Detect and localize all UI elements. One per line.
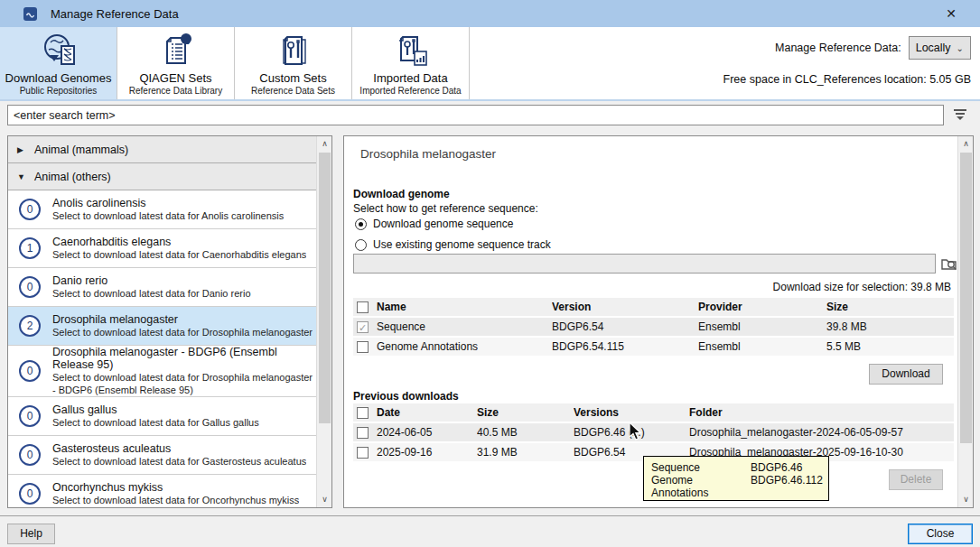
- tab-imported-data[interactable]: Imported Data Imported Reference Data: [352, 27, 470, 99]
- tooltip-value: BDGP6.46.112: [751, 474, 823, 499]
- cell-version: BDGP6.54: [552, 320, 698, 333]
- scroll-down-icon[interactable]: ∨: [958, 492, 974, 507]
- detail-panel: Drosophila melanogaster Download genome …: [343, 135, 974, 508]
- browse-folder-icon[interactable]: [940, 255, 958, 273]
- window-title: Manage Reference Data: [51, 7, 179, 21]
- help-button[interactable]: Help: [7, 524, 55, 544]
- svg-text:Q: Q: [182, 35, 188, 43]
- list-item-danio-rerio[interactable]: 0 Danio rerio Select to download latest …: [8, 268, 317, 307]
- right-scrollbar[interactable]: ∧ ∨: [957, 136, 973, 507]
- cell-size: 39.8 MB: [826, 320, 954, 333]
- checkbox-unchecked[interactable]: [357, 427, 369, 439]
- previous-downloads-heading: Previous downloads: [353, 390, 459, 403]
- tab-download-genomes[interactable]: Download Genomes Public Repositories: [0, 27, 117, 99]
- list-item-drosophila-bdgp6[interactable]: 0 Drosophila melanogaster - BDGP6 (Ensem…: [8, 346, 317, 397]
- folder-link[interactable]: Drosophila_melanogaster-2024-06-05-09-57: [689, 426, 954, 439]
- table-row-genome-annotations[interactable]: Genome Annotations BDGP6.54.115 Ensembl …: [353, 338, 954, 357]
- list-item-gallus-gallus[interactable]: 0 Gallus gallus Select to download lates…: [8, 397, 317, 436]
- genome-track-input[interactable]: [353, 254, 936, 274]
- radio-download-genome-sequence[interactable]: Download genome sequence: [355, 218, 513, 230]
- col-folder[interactable]: Folder: [689, 406, 954, 419]
- tab-label: Download Genomes: [5, 71, 112, 85]
- checkbox-unchecked[interactable]: [357, 447, 369, 459]
- scroll-up-icon[interactable]: ∧: [958, 136, 974, 152]
- manage-reference-data-dialog: Manage Reference Data ✕ Download Genomes…: [0, 0, 980, 547]
- close-icon[interactable]: ✕: [942, 5, 960, 22]
- col-provider[interactable]: Provider: [698, 301, 826, 313]
- scroll-up-icon[interactable]: ∧: [317, 136, 332, 152]
- download-size-text: Download size for selection: 39.8 MB: [773, 281, 951, 293]
- download-genomes-icon: [38, 31, 79, 70]
- download-count-badge: 2: [19, 315, 41, 337]
- filter-icon[interactable]: [953, 109, 967, 122]
- tab-sublabel: Imported Reference Data: [359, 86, 461, 96]
- col-version[interactable]: Version: [552, 301, 698, 313]
- footer-bar: Help Close: [0, 515, 980, 547]
- category-animal-mammals[interactable]: ▶ Animal (mammals): [8, 136, 317, 163]
- tab-custom-sets[interactable]: Custom Sets Reference Data Sets: [235, 27, 352, 99]
- select-all-checkbox[interactable]: [357, 301, 369, 313]
- tooltip-label: Sequence: [651, 461, 751, 474]
- select-all-checkbox[interactable]: [357, 407, 369, 419]
- list-item-caenorhabditis-elegans[interactable]: 1 Caenorhabditis elegans Select to downl…: [8, 229, 317, 268]
- chevron-down-icon: ⌄: [957, 43, 964, 53]
- species-desc: Select to download latest data for Caeno…: [52, 249, 306, 262]
- col-size[interactable]: Size: [477, 406, 574, 419]
- table-row-sequence[interactable]: ✓ Sequence BDGP6.54 Ensembl 39.8 MB: [353, 318, 954, 338]
- tab-label: Imported Data: [373, 71, 447, 85]
- close-button[interactable]: Close: [908, 524, 973, 544]
- species-name: Drosophila melanogaster: [52, 313, 313, 326]
- list-item-oncorhynchus-mykiss[interactable]: 0 Oncorhynchus mykiss Select to download…: [8, 475, 317, 508]
- delete-button[interactable]: Delete: [889, 469, 943, 490]
- detail-title: Drosophila melanogaster: [360, 147, 496, 161]
- cell-version: BDGP6.54.115: [552, 340, 698, 353]
- checkbox-unchecked[interactable]: [357, 341, 369, 353]
- location-select[interactable]: Locally ⌄: [909, 36, 971, 60]
- download-button[interactable]: Download: [869, 364, 943, 385]
- checkbox-checked-disabled: ✓: [357, 321, 369, 333]
- category-animal-others[interactable]: ▼ Animal (others): [8, 163, 317, 190]
- search-input[interactable]: [7, 105, 944, 125]
- col-size[interactable]: Size: [826, 301, 954, 313]
- tab-sublabel: Reference Data Library: [129, 86, 222, 96]
- manage-location-label: Manage Reference Data:: [775, 42, 901, 54]
- species-name: Oncorhynchus mykiss: [52, 481, 299, 494]
- col-versions[interactable]: Versions: [574, 406, 689, 419]
- custom-sets-icon: [273, 31, 314, 70]
- tab-label: QIAGEN Sets: [139, 71, 211, 85]
- mouse-cursor-icon: [627, 422, 645, 445]
- category-label: Animal (mammals): [34, 144, 128, 156]
- search-row: [0, 103, 980, 132]
- radio-use-existing-track[interactable]: Use existing genome sequence track: [355, 238, 551, 251]
- imported-data-icon: [390, 31, 432, 70]
- download-genome-heading: Download genome: [353, 188, 450, 200]
- download-count-badge: 0: [19, 199, 41, 220]
- col-date[interactable]: Date: [377, 406, 477, 419]
- cell-size: 31.9 MB: [477, 446, 574, 459]
- tab-sublabel: Public Repositories: [20, 86, 98, 96]
- previous-row-2024-06-05[interactable]: 2024-06-05 40.5 MB BDGP6.46 (...) Drosop…: [353, 423, 954, 443]
- left-scrollbar[interactable]: ∧ ∨: [316, 136, 331, 507]
- components-table: Name Version Provider Size ✓ Sequence BD…: [353, 298, 954, 357]
- download-count-badge: 0: [19, 276, 41, 298]
- components-table-header: Name Version Provider Size: [353, 298, 954, 318]
- radio-selected-icon[interactable]: [355, 218, 367, 230]
- cell-name: Genome Annotations: [377, 340, 552, 353]
- list-item-drosophila-melanogaster[interactable]: 2 Drosophila melanogaster Select to down…: [8, 307, 317, 346]
- scroll-down-icon[interactable]: ∨: [317, 492, 332, 507]
- download-count-badge: 0: [19, 360, 41, 382]
- species-name: Caenorhabditis elegans: [52, 236, 306, 248]
- radio-label: Download genome sequence: [373, 218, 513, 230]
- tab-sublabel: Reference Data Sets: [251, 86, 335, 96]
- radio-unselected-icon[interactable]: [355, 239, 367, 251]
- species-desc: Select to download latest data for Anoli…: [52, 210, 284, 223]
- scrollbar-thumb[interactable]: [960, 153, 972, 443]
- col-name[interactable]: Name: [377, 301, 552, 313]
- scrollbar-thumb[interactable]: [319, 153, 331, 423]
- list-item-gasterosteus-aculeatus[interactable]: 0 Gasterosteus aculeatus Select to downl…: [8, 436, 317, 475]
- tab-qiagen-sets[interactable]: Q QIAGEN Sets Reference Data Library: [117, 27, 235, 99]
- species-desc: Select to download latest data for Droso…: [52, 327, 313, 339]
- list-item-anolis-carolinensis[interactable]: 0 Anolis carolinensis Select to download…: [8, 190, 317, 229]
- previous-table-header: Date Size Versions Folder: [353, 403, 954, 423]
- versions-tooltip: Sequence BDGP6.46 Genome Annotations BDG…: [643, 456, 829, 501]
